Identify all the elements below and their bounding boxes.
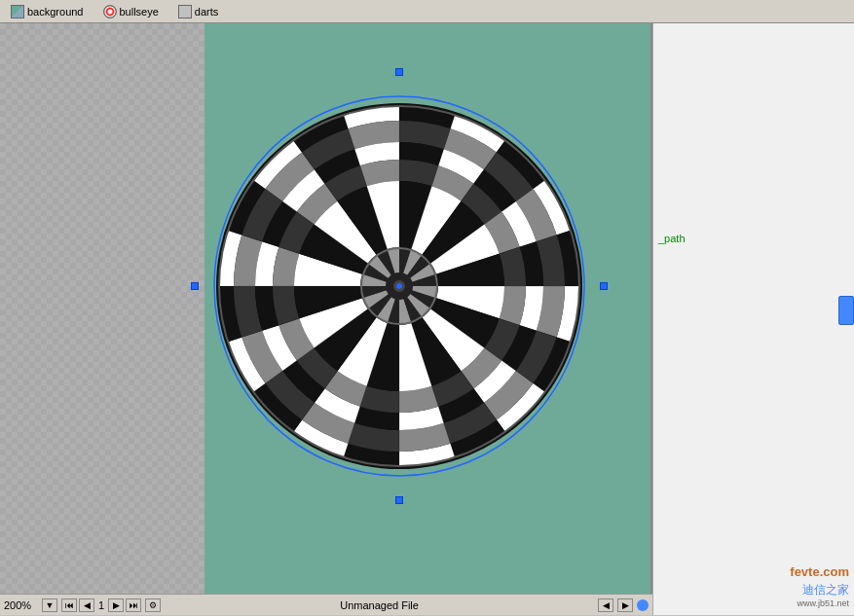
right-panel: _path fevte.com 迪信之家 www.jb51.net [652, 23, 854, 615]
page-number: 1 [96, 599, 106, 611]
handle-left[interactable] [191, 282, 199, 290]
layer-bullseye-icon [103, 5, 117, 18]
file-status: Unmanaged File [165, 599, 594, 611]
watermark-line2: 迪信之家 [790, 582, 849, 598]
nav-next2-button[interactable]: ▶ [617, 598, 633, 612]
layer-background-icon [11, 5, 24, 18]
nav-prev2-button[interactable]: ◀ [598, 598, 613, 612]
handle-top[interactable] [395, 68, 403, 76]
dartboard-container[interactable] [195, 72, 604, 500]
tab-darts[interactable]: darts [171, 2, 225, 21]
grid-area [0, 23, 204, 615]
zoom-level: 200% [4, 599, 38, 611]
watermark: fevte.com 迪信之家 www.jb51.net [790, 563, 849, 610]
zoom-down-button[interactable]: ▼ [42, 598, 57, 612]
tab-bullseye-label: bullseye [120, 6, 159, 18]
canvas-panel[interactable]: 200% ▼ ⏮ ◀ 1 ▶ ⏭ ⚙ Unmanaged File ◀ ▶ [0, 23, 652, 615]
toolbar: background bullseye darts [0, 0, 854, 23]
nav-prev-button[interactable]: ◀ [79, 598, 94, 612]
tab-background-label: background [27, 6, 84, 18]
handle-right[interactable] [600, 282, 608, 290]
nav-controls: ⏮ ◀ 1 ▶ ⏭ [61, 598, 141, 612]
tab-bullseye[interactable]: bullseye [96, 2, 166, 21]
layer-darts-icon [178, 5, 192, 18]
tab-background[interactable]: background [4, 2, 91, 21]
nav-first-button[interactable]: ⏮ [61, 598, 77, 612]
dartboard-canvas [195, 72, 604, 500]
main-area: 200% ▼ ⏮ ◀ 1 ▶ ⏭ ⚙ Unmanaged File ◀ ▶ _p… [0, 23, 854, 615]
tab-darts-label: darts [195, 6, 218, 18]
status-indicator [637, 599, 649, 611]
watermark-line1: fevte.com [790, 563, 849, 581]
path-label: _path [658, 233, 686, 244]
scrollbar-thumb[interactable] [838, 296, 854, 325]
watermark-line3: www.jb51.net [790, 598, 849, 610]
handle-bottom[interactable] [395, 496, 403, 504]
nav-next-button[interactable]: ▶ [108, 598, 124, 612]
nav-last-button[interactable]: ⏭ [126, 598, 141, 612]
status-bar: 200% ▼ ⏮ ◀ 1 ▶ ⏭ ⚙ Unmanaged File ◀ ▶ [0, 594, 652, 615]
settings-button[interactable]: ⚙ [145, 598, 161, 612]
